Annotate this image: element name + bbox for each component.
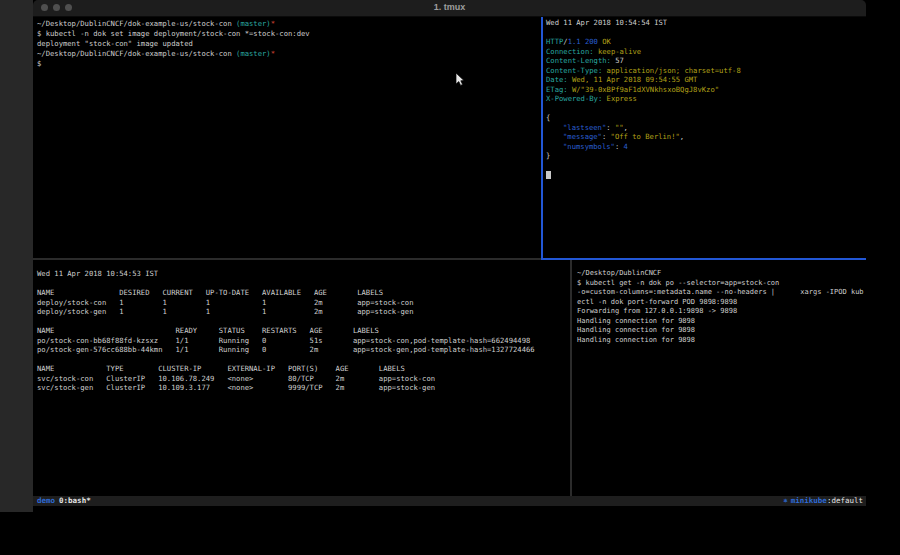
services-table-row: svc/stock-gen ClusterIP 10.109.3.177 <no… xyxy=(37,383,574,393)
tmux-session: ~/Desktop/DublinCNCF/dok-example-us/stoc… xyxy=(33,17,866,496)
kube-namespace: :default xyxy=(827,496,863,505)
pane-divider-vertical-bottom[interactable] xyxy=(570,260,572,496)
desktop-gutter xyxy=(0,0,33,512)
cursor-line xyxy=(546,170,866,180)
deployments-table-row: deploy/stock-con 1 1 1 1 2m app=stock-co… xyxy=(37,298,574,308)
mouse-pointer-icon xyxy=(456,73,465,86)
kube-context: minikube xyxy=(791,496,827,505)
deployments-table-row: deploy/stock-gen 1 1 1 1 2m app=stock-ge… xyxy=(37,307,574,317)
http-header-line: Date:Wed, 11 Apr 2018 09:54:55 GMT xyxy=(546,75,866,85)
prompt-line: ~/Desktop/DublinCNCF xyxy=(577,269,866,279)
http-header-line: Connection:keep-alive xyxy=(546,47,866,57)
json-row: "lastseen": "", xyxy=(546,123,866,133)
services-table-header: NAME TYPE CLUSTER-IP EXTERNAL-IP PORT(S)… xyxy=(37,364,574,374)
timestamp-line: Wed 11 Apr 2018 10:54:53 IST xyxy=(37,269,574,279)
pane-top-left[interactable]: ~/Desktop/DublinCNCF/dok-example-us/stoc… xyxy=(33,17,545,260)
json-close-brace: } xyxy=(546,151,866,161)
output-line: Forwarding from 127.0.0.1:9898 -> 9898 xyxy=(577,307,866,317)
http-header-line: Content-Type:application/json; charset=u… xyxy=(546,66,866,76)
command-line: ectl -n dok port-forward POD 9898:9898 xyxy=(577,298,866,308)
terminal-cursor xyxy=(546,171,551,179)
desktop: 1. tmux ~/Desktop/DublinCNCF/dok-example… xyxy=(0,0,900,555)
services-table-row: svc/stock-con ClusterIP 10.106.78.249 <n… xyxy=(37,374,574,384)
window-tab-bash[interactable]: 0:bash* xyxy=(59,496,91,505)
prompt-line: ~/Desktop/DublinCNCF/dok-example-us/stoc… xyxy=(37,49,545,59)
command-line: $ kubectl get -n dok po --selector=app=s… xyxy=(577,279,866,289)
output-line: Handling connection for 9898 xyxy=(577,336,866,346)
pane-bottom-right[interactable]: ~/Desktop/DublinCNCF $ kubectl get -n do… xyxy=(574,260,866,505)
git-branch: (master) xyxy=(236,49,271,58)
output-line: deployment "stock-con" image updated xyxy=(37,39,545,49)
window-title: 1. tmux xyxy=(33,2,866,12)
pods-table-header: NAME READY STATUS RESTARTS AGE LABELS xyxy=(37,326,574,336)
prompt-char: $ xyxy=(37,59,545,69)
git-branch: (master) xyxy=(236,19,271,28)
git-dirty-flag: * xyxy=(271,49,275,58)
http-header-line: X-Powered-By:Express xyxy=(546,94,866,104)
timestamp-line: Wed 11 Apr 2018 10:54:54 IST xyxy=(546,18,866,28)
kubernetes-helm-icon: ⎈ xyxy=(783,496,788,505)
deployments-table-header: NAME DESIRED CURRENT UP-TO-DATE AVAILABL… xyxy=(37,288,574,298)
pods-table-row: po/stock-gen-576cc688bb-44kmn 1/1 Runnin… xyxy=(37,345,574,355)
pods-table-row: po/stock-con-bb68f88fd-kzsxz 1/1 Running… xyxy=(37,336,574,346)
json-row: "message": "Off to Berlin!", xyxy=(546,132,866,142)
pane-top-right[interactable]: Wed 11 Apr 2018 10:54:54 IST HTTP/1.1200… xyxy=(543,17,866,259)
json-row: "numsymbols": 4 xyxy=(546,142,866,152)
session-name: demo xyxy=(37,496,55,505)
output-line: Handling connection for 9898 xyxy=(577,317,866,327)
http-header-line: Content-Length:57 xyxy=(546,56,866,66)
prompt-line: ~/Desktop/DublinCNCF/dok-example-us/stoc… xyxy=(37,19,545,29)
tmux-status-bar: demo0:bash* ⎈minikube:default xyxy=(33,496,866,506)
http-header-line: ETag:W/"39-0xBPf9aF1dXVNkhsxoBQgJ8vKzo" xyxy=(546,85,866,95)
git-dirty-flag: * xyxy=(271,19,275,28)
output-line: Handling connection for 9898 xyxy=(577,326,866,336)
pane-bottom-left[interactable]: Wed 11 Apr 2018 10:54:53 IST NAME DESIRE… xyxy=(33,260,574,505)
http-status-line: HTTP/1.1200OK xyxy=(546,37,866,47)
json-open-brace: { xyxy=(546,113,866,123)
window-titlebar[interactable]: 1. tmux xyxy=(33,0,866,17)
command-line: $ kubectl -n dok set image deployment/st… xyxy=(37,29,545,39)
terminal-window: 1. tmux ~/Desktop/DublinCNCF/dok-example… xyxy=(33,0,866,510)
command-line: -o=custom-columns=:metadata.name --no-he… xyxy=(577,288,866,298)
